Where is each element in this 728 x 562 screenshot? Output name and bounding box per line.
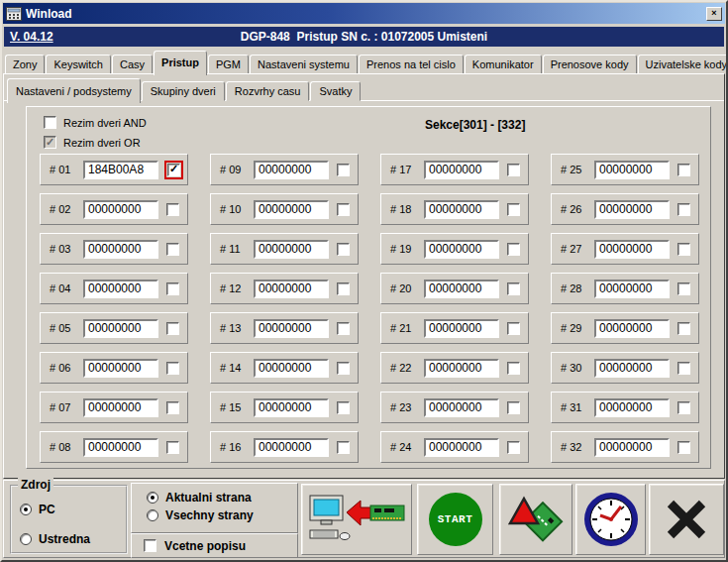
check-icon: ✓ [46,137,54,148]
cell-checkbox[interactable] [337,362,350,375]
version-link[interactable]: V. 04.12 [10,30,53,44]
access-level-input[interactable] [424,240,499,259]
access-level-input[interactable] [594,398,670,417]
access-level-input[interactable] [594,319,670,338]
tab-komunikator[interactable]: Komunikator [465,55,542,74]
subtab-skupiny-dveri[interactable]: Skupiny dveri [142,81,225,101]
access-level-input[interactable] [83,438,158,457]
cell-checkbox[interactable] [166,322,179,335]
access-level-input[interactable] [83,240,158,259]
subtab-nastaveni-podsystemy[interactable]: Nastaveni / podsystemy [7,78,141,103]
cell-checkbox[interactable] [337,243,350,256]
access-level-input[interactable] [424,200,499,219]
cell-checkbox[interactable] [337,441,350,454]
page-scope-option-aktualni-strana[interactable]: Aktualni strana [147,491,252,505]
access-level-input[interactable] [424,319,499,338]
cell-checkbox[interactable] [166,441,179,454]
page-scope-radio[interactable] [147,492,158,504]
tab-uzivatelske-kody[interactable]: Uzivatelske kody [638,55,728,74]
cell-checkbox[interactable] [337,322,350,335]
tab-nastaveni-systemu[interactable]: Nastaveni systemu [250,55,358,74]
tab-prenos-na-tel-cislo[interactable]: Prenos na tel cislo [359,55,464,74]
cell-checkbox[interactable] [677,441,690,454]
source-radio[interactable] [20,533,32,545]
access-level-input[interactable] [594,240,670,259]
cell-checkbox[interactable] [677,401,690,414]
cell-checkbox[interactable] [337,203,350,216]
access-level-input[interactable] [254,359,329,378]
access-level-input[interactable] [83,398,158,417]
access-level-input[interactable] [594,280,670,298]
cell-checkbox[interactable] [166,203,179,216]
access-level-input[interactable] [424,280,499,298]
access-level-input[interactable] [254,200,329,219]
subtab-rozvrhy-casu[interactable]: Rozvrhy casu [226,81,310,101]
access-level-input[interactable] [254,438,329,457]
cell-checkbox[interactable] [166,282,179,295]
cell-checkbox[interactable] [677,322,690,335]
access-level-input[interactable] [594,438,670,457]
cell-checkbox[interactable] [507,322,520,335]
access-level-input[interactable] [83,359,158,378]
title-bar[interactable]: Winload × [3,3,725,24]
read-from-panel-button[interactable] [301,484,412,555]
cell-checkbox[interactable] [507,243,520,256]
subtab-svatky[interactable]: Svatky [310,81,361,101]
tab-pristup[interactable]: Pristup [154,51,207,75]
tab-zony[interactable]: Zony [5,55,45,74]
cell-checkbox[interactable] [337,282,350,295]
access-level-input[interactable] [254,319,329,338]
cell-checkbox[interactable] [166,362,179,375]
cell-checkbox[interactable] [677,164,690,176]
include-labels-checkbox[interactable] [144,539,156,552]
cell-checkbox[interactable] [507,401,520,414]
access-level-input[interactable] [424,398,499,417]
page-scope-radio[interactable] [147,509,158,521]
close-window-button[interactable]: × [706,7,722,21]
access-level-input[interactable] [424,161,499,179]
cell-checkbox[interactable] [507,441,520,454]
access-level-input[interactable] [254,240,329,259]
access-level-input[interactable] [594,359,670,378]
access-level-input[interactable] [254,280,329,298]
cell-checkbox[interactable] [507,164,520,176]
access-level-input[interactable] [83,280,158,298]
cell-checkbox[interactable]: ✓ [167,164,180,176]
rezim-or-checkbox[interactable]: ✓ [44,136,56,149]
cell-checkbox[interactable] [677,282,690,295]
access-level-input[interactable] [424,359,499,378]
rezim-and-checkbox[interactable] [44,116,56,129]
access-level-input[interactable] [594,161,670,179]
trouble-monitor-button[interactable] [499,484,572,555]
source-radio[interactable] [20,504,32,515]
cell-checkbox[interactable] [677,362,690,375]
source-option-ustredna[interactable]: Ustredna [20,532,90,546]
tab-casy[interactable]: Casy [112,55,153,74]
cell-number: # 05 [50,322,82,334]
clock-button[interactable] [575,484,646,555]
tab-keyswitch[interactable]: Keyswitch [46,55,111,74]
source-option-pc[interactable]: PC [20,503,55,516]
pristup-tabpage: Nastaveni / podsystemySkupiny dveriRozvr… [3,73,725,479]
cell-checkbox[interactable] [507,362,520,375]
exit-button[interactable] [649,484,724,555]
cell-checkbox[interactable] [166,243,179,256]
access-level-input[interactable] [254,161,329,179]
access-level-input[interactable] [83,161,158,179]
cell-checkbox[interactable] [507,203,520,216]
start-button[interactable]: START [417,484,493,555]
cell-checkbox[interactable] [677,203,690,216]
access-level-input[interactable] [424,438,499,457]
page-scope-option-vsechny-strany[interactable]: Vsechny strany [147,508,254,522]
tab-prenosove-kody[interactable]: Prenosove kody [543,55,637,74]
cell-checkbox[interactable] [337,401,350,414]
access-level-input[interactable] [254,398,329,417]
cell-checkbox[interactable] [166,401,179,414]
access-level-input[interactable] [594,200,670,219]
tab-pgm[interactable]: PGM [208,55,249,74]
access-level-input[interactable] [83,319,158,338]
access-level-input[interactable] [83,200,158,219]
cell-checkbox[interactable] [337,164,350,176]
cell-checkbox[interactable] [677,243,690,256]
cell-checkbox[interactable] [507,282,520,295]
